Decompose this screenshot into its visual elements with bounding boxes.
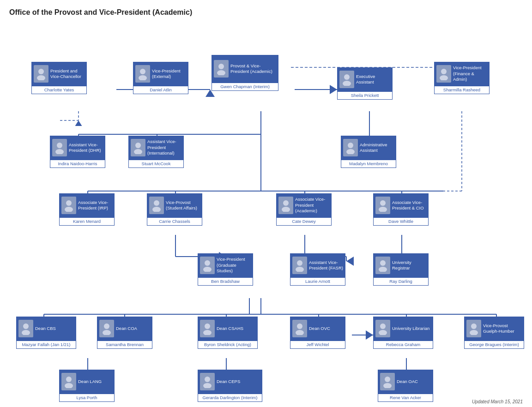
svg-point-73 [297, 260, 302, 266]
node-gerarda: Dean CEPS Gerarda Darlington (Interim) [198, 370, 262, 402]
svg-point-51 [218, 64, 224, 69]
node-sheila: Executive Assistant Sheila Prickett [337, 67, 393, 100]
node-ben: Vice-President (Graduate Studies) Ben Br… [198, 253, 253, 286]
node-rene: Dean OAC Rene Van Acker [378, 370, 433, 402]
node-karen: Associate Vice-President (IRP) Karen Men… [59, 193, 115, 226]
avatar-ben [200, 257, 215, 274]
node-ray: University Registrar Ray Darling [373, 253, 429, 286]
node-dave: Associate Vice-President & CIO Dave Whit… [373, 193, 429, 226]
svg-point-57 [57, 143, 62, 148]
avatar-rebecca [375, 320, 390, 337]
svg-point-80 [103, 330, 111, 335]
avatar-sheila [339, 71, 354, 88]
svg-point-75 [380, 260, 386, 266]
avatar-ray [375, 257, 390, 274]
avatar-lysa [61, 373, 76, 390]
svg-point-71 [205, 260, 210, 266]
node-rebecca: University Librarian Rebecca Graham [373, 317, 433, 349]
svg-point-90 [65, 383, 73, 388]
update-note: Updated March 15, 2021 [472, 399, 523, 404]
svg-point-72 [203, 267, 212, 272]
svg-point-58 [55, 149, 64, 154]
svg-point-91 [205, 377, 210, 382]
svg-point-76 [379, 267, 387, 272]
svg-point-83 [297, 323, 302, 329]
svg-point-69 [380, 200, 386, 206]
avatar-dave [375, 197, 390, 214]
node-mazyar: Dean CBS Mazyar Fallah (Jan 1/21) [16, 317, 76, 349]
node-jeff: Dean OVC Jeff Wichtel [290, 317, 345, 349]
svg-point-64 [65, 207, 73, 212]
svg-point-63 [66, 200, 72, 206]
avatar-jeff [292, 320, 307, 337]
svg-point-55 [441, 69, 447, 74]
node-charlotte: President and Vice-Chancellor Charlotte … [31, 62, 87, 94]
avatar-charlotte [34, 65, 48, 83]
node-lysa: Dean LANG Lysa Porth [59, 370, 115, 402]
avatar-sharmilla [436, 65, 451, 83]
svg-point-49 [140, 69, 145, 74]
svg-point-62 [346, 149, 355, 154]
avatar-samantha [99, 320, 114, 337]
avatar-byron [200, 320, 215, 337]
node-daniel: Vice-President (External) Daniel Atlin [133, 62, 188, 94]
svg-point-78 [22, 330, 30, 335]
avatar-gwen [214, 60, 229, 78]
svg-point-79 [104, 323, 109, 329]
svg-point-59 [135, 143, 141, 148]
avatar-madalyn [343, 139, 358, 156]
node-sharmilla: Vice-President (Finance & Admin) Sharmil… [434, 62, 490, 94]
svg-point-66 [152, 207, 161, 212]
svg-point-85 [380, 323, 386, 329]
svg-point-89 [66, 377, 72, 382]
svg-point-81 [205, 323, 210, 329]
svg-point-54 [343, 81, 351, 86]
node-byron: Dean CSAHS Byron Sheldrick (Acting) [198, 317, 258, 349]
avatar-daniel [135, 65, 150, 83]
svg-point-56 [440, 75, 448, 80]
svg-point-67 [283, 200, 289, 206]
node-gwen: Provost & Vice-President (Academic) Gwen… [212, 55, 278, 91]
svg-point-47 [38, 69, 44, 74]
org-chart: President and Vice-Chancellor Charlotte … [0, 21, 532, 407]
svg-point-94 [383, 383, 392, 388]
avatar-cate [278, 197, 293, 214]
node-indira: Assistant Vice-President (DHR) Indira Na… [50, 136, 105, 168]
svg-point-74 [296, 267, 304, 272]
svg-point-86 [379, 330, 387, 335]
avatar-gerarda [200, 373, 215, 390]
svg-point-84 [296, 330, 304, 335]
svg-point-65 [154, 200, 159, 206]
svg-point-77 [23, 323, 29, 329]
node-cate: Associate Vice-President (Academic) Cate… [276, 193, 332, 226]
svg-point-61 [348, 143, 353, 148]
node-carrie: Vice-Provost (Student Affairs) Carrie Ch… [147, 193, 202, 226]
svg-point-93 [385, 377, 390, 382]
svg-point-53 [344, 74, 350, 80]
svg-point-82 [203, 330, 212, 335]
svg-point-68 [282, 207, 290, 212]
avatar-carrie [149, 197, 164, 214]
avatar-george [466, 320, 481, 337]
svg-point-48 [37, 75, 45, 80]
avatar-mazyar [18, 320, 33, 337]
svg-point-87 [471, 323, 477, 329]
avatar-indira [52, 139, 67, 156]
node-laurie: Assistant Vice-President (FASR) Laurie A… [290, 253, 345, 286]
node-george: Vice-Provost Guelph-Humber George Brague… [464, 317, 524, 349]
svg-point-52 [217, 70, 225, 75]
avatar-rene [380, 373, 395, 390]
svg-point-92 [203, 383, 212, 388]
avatar-karen [61, 197, 76, 214]
svg-point-88 [470, 330, 478, 335]
svg-point-50 [139, 75, 147, 80]
node-stuart: Assistant Vice-President (International)… [128, 136, 184, 168]
page-title: Office of the Provost and Vice-President… [0, 0, 532, 21]
avatar-stuart [131, 139, 145, 156]
node-samantha: Dean COA Samantha Brennan [97, 317, 152, 349]
svg-point-70 [379, 207, 387, 212]
avatar-laurie [292, 257, 307, 274]
node-madalyn: Administrative Assistant Madalyn Membren… [341, 136, 396, 168]
svg-point-60 [134, 149, 142, 154]
